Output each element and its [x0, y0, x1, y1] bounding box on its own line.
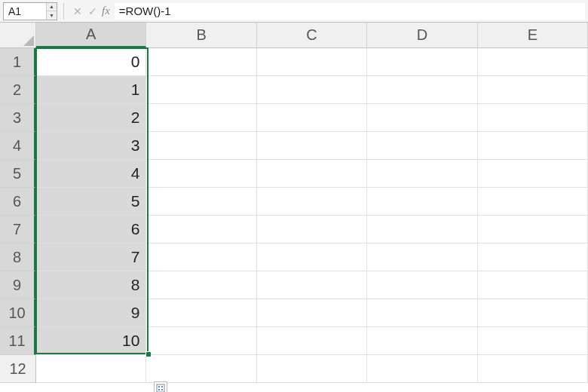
- cell-d8[interactable]: [367, 243, 477, 271]
- name-box-spinner: ▲ ▼: [46, 3, 57, 20]
- row-header-7[interactable]: 7: [0, 216, 35, 243]
- row-header-1[interactable]: 1: [0, 48, 35, 76]
- cell-b12[interactable]: [146, 355, 256, 383]
- row-header-6[interactable]: 6: [0, 188, 35, 216]
- row-header-4[interactable]: 4: [0, 132, 35, 160]
- name-box-up-icon[interactable]: ▲: [47, 3, 57, 12]
- column-header-c[interactable]: C: [257, 23, 367, 47]
- cell-c10[interactable]: [257, 299, 367, 327]
- cell-d3[interactable]: [367, 104, 477, 132]
- cell-b9[interactable]: [146, 271, 256, 299]
- fill-handle[interactable]: [145, 351, 152, 357]
- cancel-formula-button[interactable]: ✕: [70, 4, 85, 19]
- cell-b6[interactable]: [146, 188, 256, 216]
- cell-c4[interactable]: [257, 132, 367, 160]
- row-header-11[interactable]: 11: [0, 327, 35, 355]
- cell-d11[interactable]: [367, 327, 477, 355]
- cell-d9[interactable]: [367, 271, 477, 299]
- svg-rect-1: [157, 384, 164, 392]
- cell-a9[interactable]: 8: [36, 271, 146, 299]
- cell-e4[interactable]: [478, 132, 588, 160]
- cell-b11[interactable]: [146, 327, 256, 355]
- name-box[interactable]: A1 ▲ ▼: [3, 2, 57, 20]
- cell-b3[interactable]: [146, 104, 256, 132]
- cell-b7[interactable]: [146, 216, 256, 243]
- cell-b1[interactable]: [146, 48, 256, 76]
- formula-bar: A1 ▲ ▼ ✕ ✓ fx: [0, 0, 588, 23]
- cell-e8[interactable]: [478, 243, 588, 271]
- cell-a1[interactable]: 0: [36, 48, 146, 76]
- cell-c11[interactable]: [257, 327, 367, 355]
- cell-a8[interactable]: 7: [36, 243, 146, 271]
- autofill-options-button[interactable]: [154, 381, 167, 392]
- cell-c2[interactable]: [257, 76, 367, 104]
- cell-c3[interactable]: [257, 104, 367, 132]
- grid-row: 1: [36, 76, 588, 104]
- grid-row: 10: [36, 327, 588, 355]
- column-header-a[interactable]: A: [36, 23, 146, 47]
- cell-e12[interactable]: [478, 355, 588, 383]
- cell-e6[interactable]: [478, 188, 588, 216]
- cell-c5[interactable]: [257, 160, 367, 188]
- row-header-8[interactable]: 8: [0, 243, 35, 271]
- cell-d10[interactable]: [367, 299, 477, 327]
- cell-c8[interactable]: [257, 243, 367, 271]
- cell-d5[interactable]: [367, 160, 477, 188]
- cell-a7[interactable]: 6: [36, 216, 146, 243]
- cell-a4[interactable]: 3: [36, 132, 146, 160]
- row-header-5[interactable]: 5: [0, 160, 35, 188]
- cell-c9[interactable]: [257, 271, 367, 299]
- cell-d12[interactable]: [367, 355, 477, 383]
- column-header-d[interactable]: D: [367, 23, 477, 47]
- cell-b10[interactable]: [146, 299, 256, 327]
- cell-c6[interactable]: [257, 188, 367, 216]
- cell-a5[interactable]: 4: [36, 160, 146, 188]
- name-box-down-icon[interactable]: ▼: [47, 11, 57, 20]
- cell-c7[interactable]: [257, 216, 367, 243]
- cell-a12[interactable]: [36, 355, 146, 383]
- cell-e1[interactable]: [478, 48, 588, 76]
- column-header-b[interactable]: B: [146, 23, 256, 47]
- cell-d4[interactable]: [367, 132, 477, 160]
- grid-row: 9: [36, 299, 588, 327]
- select-all-corner[interactable]: [0, 23, 36, 48]
- svg-rect-4: [158, 389, 160, 390]
- cell-b4[interactable]: [146, 132, 256, 160]
- svg-marker-0: [23, 35, 34, 46]
- autofill-options-icon: [156, 384, 165, 392]
- fx-label[interactable]: fx: [102, 5, 110, 17]
- cell-c12[interactable]: [257, 355, 367, 383]
- grid-row: 0: [36, 48, 588, 76]
- name-box-value: A1: [8, 5, 21, 17]
- cell-a3[interactable]: 2: [36, 104, 146, 132]
- row-header-9[interactable]: 9: [0, 271, 35, 299]
- cell-e10[interactable]: [478, 299, 588, 327]
- cell-d6[interactable]: [367, 188, 477, 216]
- cell-d1[interactable]: [367, 48, 477, 76]
- cell-e11[interactable]: [478, 327, 588, 355]
- accept-formula-button[interactable]: ✓: [85, 4, 100, 19]
- cell-a6[interactable]: 5: [36, 188, 146, 216]
- cell-e2[interactable]: [478, 76, 588, 104]
- row-header-12[interactable]: 12: [0, 355, 35, 383]
- cell-b5[interactable]: [146, 160, 256, 188]
- cell-e3[interactable]: [478, 104, 588, 132]
- cell-b8[interactable]: [146, 243, 256, 271]
- cell-c1[interactable]: [257, 48, 367, 76]
- row-header-3[interactable]: 3: [0, 104, 35, 132]
- cell-b2[interactable]: [146, 76, 256, 104]
- row-header-10[interactable]: 10: [0, 299, 35, 327]
- grid-row: 7: [36, 243, 588, 271]
- cell-d7[interactable]: [367, 216, 477, 243]
- cell-a11[interactable]: 10: [36, 327, 146, 355]
- column-headers: A B C D E: [36, 23, 588, 48]
- formula-input[interactable]: [115, 3, 585, 20]
- cell-e9[interactable]: [478, 271, 588, 299]
- cell-e7[interactable]: [478, 216, 588, 243]
- cell-a10[interactable]: 9: [36, 299, 146, 327]
- column-header-e[interactable]: E: [478, 23, 588, 47]
- cell-d2[interactable]: [367, 76, 477, 104]
- row-header-2[interactable]: 2: [0, 76, 35, 104]
- cell-a2[interactable]: 1: [36, 76, 146, 104]
- cell-e5[interactable]: [478, 160, 588, 188]
